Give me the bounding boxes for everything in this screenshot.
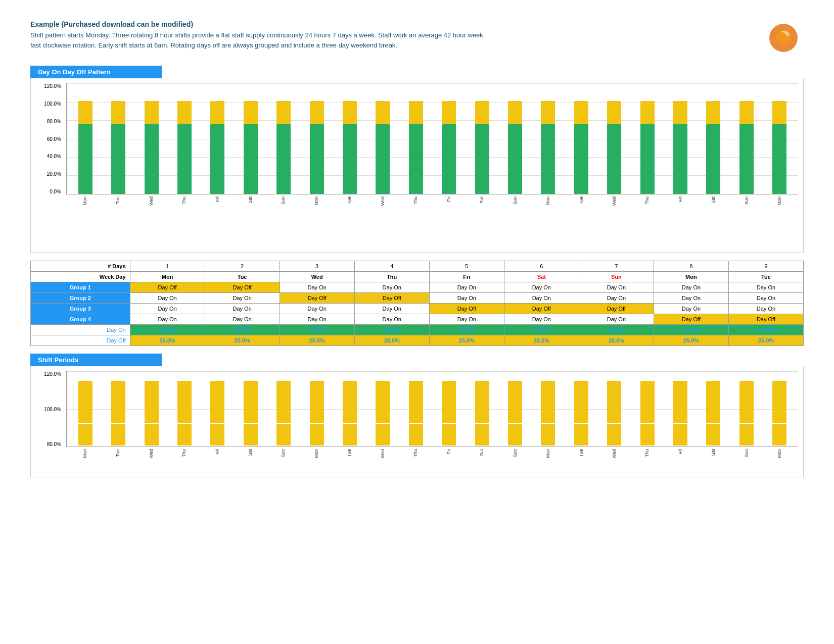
bar-yellow xyxy=(673,101,687,124)
bar-green xyxy=(177,124,192,194)
day-num-0: 1 xyxy=(130,261,205,272)
bar-group-7 xyxy=(301,83,333,194)
c2-bar-group-11 xyxy=(433,371,465,447)
c2-bar-yellow xyxy=(442,402,456,423)
c2-bar-group-19 xyxy=(698,371,729,447)
c2-bar-yellow xyxy=(772,402,786,423)
bar-group-4 xyxy=(202,83,234,194)
x-label-12: Sat xyxy=(479,196,484,204)
x-label-9: Wed xyxy=(380,196,385,206)
group-cell-1-5: Day On xyxy=(504,293,579,304)
bar-green xyxy=(244,124,258,194)
group-cell-2-8: Day On xyxy=(728,304,803,314)
bar-group-0 xyxy=(69,83,101,194)
c2-bar-group-17 xyxy=(631,371,663,447)
bar-yellow xyxy=(574,101,588,124)
group-cell-0-7: Day On xyxy=(654,282,728,293)
bar-group-6 xyxy=(267,83,299,194)
day-on-val-3: 75.0% xyxy=(354,325,429,335)
chart2-section: Shift Periods xyxy=(30,354,804,366)
day-on-val-1: 75.0% xyxy=(205,325,280,335)
day-on-val-7: 75.0% xyxy=(654,325,728,335)
c2-bar-yellow xyxy=(111,402,125,423)
c2-bar-yellow xyxy=(310,424,324,445)
group-cell-2-1: Day On xyxy=(205,304,280,314)
day-off-val-8: 25.0% xyxy=(728,335,803,346)
c2-bar-yellow xyxy=(706,424,720,445)
bar-group-16 xyxy=(598,83,630,194)
bar-green xyxy=(111,124,125,194)
y-label-20: 20.0% xyxy=(31,171,64,177)
c2-bar-group-1 xyxy=(102,371,134,447)
group-cell-0-1: Day Off xyxy=(205,282,280,293)
y-label-100: 100.0% xyxy=(31,101,64,107)
group-cell-1-7: Day On xyxy=(654,293,728,304)
c2-bar-yellow xyxy=(541,402,555,423)
day-off-val-2: 25.0% xyxy=(280,335,354,346)
bar-green xyxy=(508,124,522,194)
c2-x-label-4: Fri xyxy=(215,449,220,455)
c2-y-label-80: 80.0% xyxy=(31,441,64,447)
c2-bar-yellow xyxy=(310,381,324,402)
c2-bar-yellow xyxy=(376,424,390,445)
group-cell-3-6: Day On xyxy=(579,314,654,325)
c2-bar-yellow xyxy=(111,381,125,402)
bar-yellow xyxy=(442,101,456,124)
c2-y-label-100: 100.0% xyxy=(31,407,64,412)
day-num-8: 9 xyxy=(728,261,803,272)
c2-bar-group-14 xyxy=(532,371,564,447)
c2-bar-group-9 xyxy=(367,371,399,447)
weekday-1: Tue xyxy=(205,272,280,282)
day-off-val-6: 25.0% xyxy=(579,335,654,346)
bar-group-17 xyxy=(631,83,663,194)
group-cell-1-1: Day On xyxy=(205,293,280,304)
group-cell-0-4: Day On xyxy=(429,282,504,293)
c2-bar-yellow xyxy=(739,381,754,402)
x-label-11: Fri xyxy=(446,196,451,202)
c2-bar-group-21 xyxy=(764,371,796,447)
day-on-val-8: 75.0% xyxy=(728,325,803,335)
bar-green xyxy=(574,124,588,194)
day-on-label: Day On xyxy=(31,325,130,335)
c2-bar-group-6 xyxy=(267,371,299,447)
c2-bar-group-0 xyxy=(69,371,101,447)
c2-bar-yellow xyxy=(343,402,357,423)
y-label-0: 0.0% xyxy=(31,189,64,194)
group-cell-0-6: Day On xyxy=(579,282,654,293)
c2-bar-yellow xyxy=(673,424,687,445)
c2-bar-group-12 xyxy=(466,371,498,447)
day-on-val-6: 75.0% xyxy=(579,325,654,335)
c2-bar-yellow xyxy=(145,381,159,402)
group-cell-2-7: Day On xyxy=(654,304,728,314)
day-on-val-4: 75.0% xyxy=(429,325,504,335)
c2-bar-yellow xyxy=(111,424,125,445)
c2-bar-group-8 xyxy=(334,371,365,447)
bar-group-2 xyxy=(135,83,167,194)
c2-bar-group-3 xyxy=(168,371,200,447)
c2-bar-group-20 xyxy=(730,371,762,447)
group-label-2: Group 3 xyxy=(31,304,130,314)
bar-group-8 xyxy=(334,83,365,194)
c2-bar-yellow xyxy=(78,381,92,402)
bar-yellow xyxy=(706,101,720,124)
c2-bar-yellow xyxy=(442,424,456,445)
chart2-xlabels: MonTueWedThuFriSatSunMonTueWedThuFriSatS… xyxy=(66,447,798,475)
day-num-1: 2 xyxy=(205,261,280,272)
group-cell-2-4: Day Off xyxy=(429,304,504,314)
x-label-15: Tue xyxy=(579,196,584,204)
y-label-40: 40.0% xyxy=(31,154,64,159)
c2-bar-yellow xyxy=(574,402,588,423)
group-cell-2-3: Day On xyxy=(354,304,429,314)
x-label-0: Mon xyxy=(82,196,87,206)
bar-yellow xyxy=(310,101,324,124)
group-cell-0-3: Day On xyxy=(354,282,429,293)
day-num-2: 3 xyxy=(280,261,354,272)
bar-group-13 xyxy=(499,83,531,194)
bar-green xyxy=(739,124,754,194)
c2-bar-yellow xyxy=(574,381,588,402)
weekday-6: Sun xyxy=(579,272,654,282)
c2-bar-yellow xyxy=(276,424,291,445)
c2-bar-yellow xyxy=(244,424,258,445)
c2-bar-yellow xyxy=(177,402,192,423)
c2-bar-yellow xyxy=(210,424,224,445)
